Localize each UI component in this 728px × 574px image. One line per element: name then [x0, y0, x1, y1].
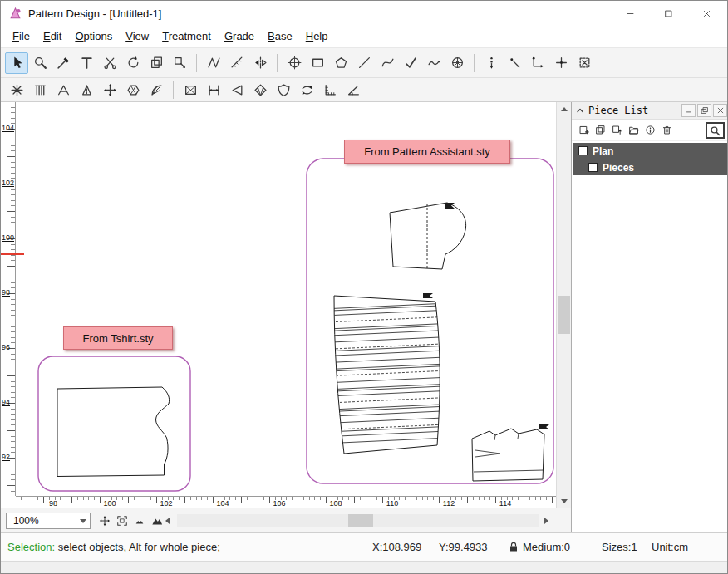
move-piece-tool-button[interactable]	[98, 80, 121, 100]
text-tool-button[interactable]	[75, 52, 98, 74]
thumbnail-small-button[interactable]	[130, 513, 148, 529]
dart-tool-button[interactable]	[75, 80, 98, 100]
menu-grade[interactable]: Grade	[218, 27, 261, 45]
menu-bar: File Edit Options View Treatment Grade B…	[1, 26, 727, 47]
rectangle-tool-button[interactable]	[306, 52, 329, 74]
new-piece-button[interactable]	[575, 122, 592, 139]
bodice-piece[interactable]	[472, 429, 544, 481]
cross-rect-tool-button[interactable]	[179, 80, 202, 100]
swap-arrows-tool-button[interactable]	[295, 80, 318, 100]
rotate-tool-button[interactable]	[121, 52, 145, 74]
copy-piece-button[interactable]	[592, 122, 608, 139]
point-drop-tool-button[interactable]	[503, 52, 526, 74]
diamond-tool-button[interactable]	[248, 80, 272, 100]
tshirt-piece[interactable]	[57, 387, 170, 477]
piece-list-title: Piece List	[588, 105, 648, 116]
curve-tool-button[interactable]	[376, 52, 399, 74]
diamond-tool-icon	[253, 83, 268, 97]
scroll-up-button[interactable]	[557, 102, 571, 115]
corner-ruler-tool-icon	[323, 83, 337, 97]
paste-tool-button[interactable]	[168, 52, 191, 74]
tree-item-pieces[interactable]: Pieces	[573, 159, 728, 175]
scroll-left-button[interactable]	[165, 518, 170, 524]
point-corner-tool-button[interactable]	[526, 52, 549, 74]
label-from-pattern-assistant[interactable]: From Pattern Assistant.sty	[344, 140, 510, 164]
panel-float-button[interactable]	[697, 104, 711, 117]
label-from-tshirt[interactable]: From Tshirt.sty	[63, 326, 173, 350]
point-column-tool-button[interactable]	[480, 52, 503, 74]
zoom-select[interactable]: 100%	[6, 513, 91, 529]
point-corner-tool-icon	[531, 56, 545, 70]
hexagon-tool-button[interactable]	[121, 80, 145, 100]
menu-file[interactable]: File	[6, 27, 37, 45]
scroll-right-button[interactable]	[544, 518, 548, 524]
pen-tool-button[interactable]	[399, 52, 422, 74]
menu-edit[interactable]: Edit	[37, 27, 68, 45]
menu-view[interactable]: View	[119, 27, 155, 45]
measure-tool-button[interactable]	[52, 52, 75, 74]
yoke-piece[interactable]	[390, 203, 466, 269]
menu-options[interactable]: Options	[68, 27, 119, 45]
scroll-down-button[interactable]	[557, 494, 571, 508]
paste-piece-button[interactable]	[608, 122, 625, 139]
pen-tool-icon	[404, 56, 418, 70]
line-tool-icon	[357, 56, 371, 70]
maximize-button[interactable]	[649, 1, 687, 26]
menu-help[interactable]: Help	[299, 27, 335, 45]
thumbnail-large-button[interactable]	[148, 513, 165, 529]
delete-piece-button[interactable]	[658, 122, 675, 139]
compass-tool-button[interactable]	[283, 52, 306, 74]
close-button[interactable]	[687, 1, 726, 26]
notch-angle-tool-button[interactable]	[52, 80, 75, 100]
drawing-canvas[interactable]: From Tshirt.sty From Pattern Assistant.s…	[16, 102, 556, 496]
hruler-label: 104	[215, 499, 230, 508]
collapse-panel-icon[interactable]	[576, 106, 584, 115]
zoom-tool-button[interactable]	[28, 52, 52, 74]
piece-list-header: Piece List	[572, 102, 728, 120]
cut-tool-button[interactable]	[98, 52, 121, 74]
vruler-label: 96	[2, 343, 10, 351]
corner-ruler-tool-button[interactable]	[318, 80, 342, 100]
rosette-tool-button[interactable]	[445, 52, 469, 74]
burst-tool-button[interactable]	[5, 80, 28, 100]
vertical-scrollbar[interactable]	[556, 102, 571, 508]
panel-minimize-button[interactable]	[681, 104, 696, 117]
pan-view-button[interactable]	[96, 513, 113, 529]
minimize-button[interactable]	[611, 1, 649, 26]
pleat-tool-button[interactable]	[28, 80, 52, 100]
wave-tool-button[interactable]	[422, 52, 445, 74]
mirror-tool-button[interactable]	[248, 52, 272, 74]
panel-float-icon	[701, 106, 709, 115]
copy-tool-button[interactable]	[145, 52, 168, 74]
plan-checkbox[interactable]	[578, 146, 588, 155]
line-tool-button[interactable]	[352, 52, 376, 74]
select-tool-button[interactable]	[5, 52, 28, 74]
diagonal-ruler-tool-icon	[230, 56, 244, 70]
diagonal-ruler-tool-button[interactable]	[225, 52, 248, 74]
triangle-left-tool-button[interactable]	[225, 80, 248, 100]
horizontal-scroll-thumb[interactable]	[348, 514, 373, 527]
open-folder-button[interactable]	[625, 122, 642, 139]
polygon-tool-button[interactable]	[329, 52, 352, 74]
menu-treatment[interactable]: Treatment	[155, 27, 218, 45]
seam-width-tool-button[interactable]	[202, 80, 225, 100]
shield-tool-button[interactable]	[272, 80, 295, 100]
point-cross-tool-button[interactable]	[549, 52, 573, 74]
vertical-scroll-thumb[interactable]	[558, 296, 570, 334]
canvas-bottom-bar: 100%	[1, 508, 571, 532]
panel-close-button[interactable]	[713, 104, 727, 117]
open-folder-icon	[628, 125, 639, 135]
menu-base[interactable]: Base	[261, 27, 299, 45]
piece-info-button[interactable]	[642, 122, 658, 139]
angle-ruler-tool-button[interactable]	[342, 80, 365, 100]
point-box-tool-button[interactable]	[573, 52, 596, 74]
pieces-checkbox[interactable]	[588, 163, 598, 172]
fit-window-button[interactable]	[113, 513, 130, 529]
rosette-tool-icon	[450, 56, 465, 70]
status-bar: Selection: select objects, Alt for whole…	[1, 532, 727, 561]
search-pieces-button[interactable]	[706, 122, 725, 139]
tree-item-plan[interactable]: Plan	[573, 143, 728, 159]
angle-line-tool-button[interactable]	[202, 52, 225, 74]
selection-label: Selection:	[7, 541, 55, 553]
fan-tool-button[interactable]	[145, 80, 168, 100]
